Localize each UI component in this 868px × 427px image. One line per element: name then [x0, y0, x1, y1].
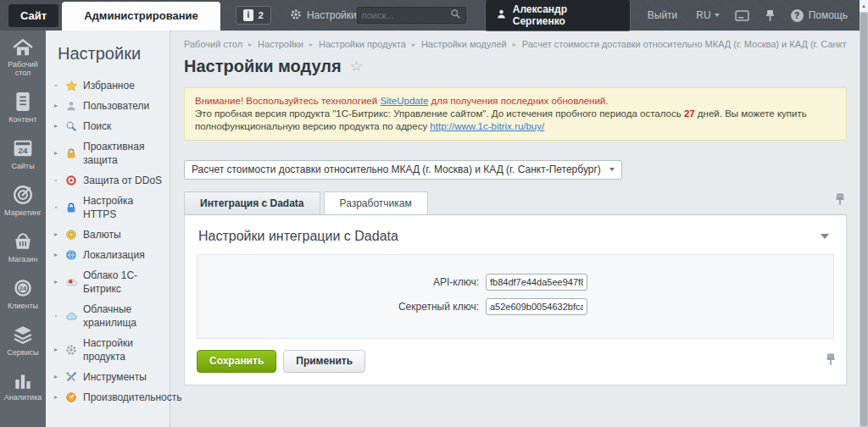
collapse-chevron-icon[interactable]: [821, 234, 829, 239]
search-box[interactable]: [357, 7, 466, 24]
search-icon: [64, 119, 78, 133]
breadcrumb-item[interactable]: Настройки: [242, 39, 303, 49]
star-icon: [64, 79, 78, 92]
arrow-marker: [53, 248, 59, 262]
menu-item-proactive-protection[interactable]: Проактивная защита: [46, 136, 170, 170]
chart-icon: [13, 371, 33, 390]
breadcrumb-item[interactable]: Рабочий стол: [184, 39, 242, 49]
menu-item-users[interactable]: Пользователи: [46, 96, 170, 116]
breadcrumb: Рабочий стол Настройки Настройки продукт…: [184, 39, 847, 49]
language-selector[interactable]: RU: [696, 9, 719, 21]
user-menu-button[interactable]: Александр Сергиенко: [485, 0, 631, 31]
bullet-marker: [53, 174, 59, 187]
rail-item-content[interactable]: Контент: [0, 84, 46, 130]
cloud-icon: [64, 309, 78, 323]
rail-item-marketing[interactable]: Маркетинг: [0, 177, 46, 224]
cloud-icon: [64, 275, 78, 289]
menu-item-localization[interactable]: Локализация: [46, 245, 170, 265]
section-title: Настройки интеграции с Dadata: [198, 229, 398, 244]
help-label: Помощь: [809, 9, 848, 21]
lock-icon: [64, 147, 78, 160]
language-value: RU: [696, 9, 710, 21]
logout-link[interactable]: Выйти: [648, 9, 678, 21]
notifications-count: 2: [259, 10, 264, 20]
topbar-settings-button[interactable]: Настройки: [290, 8, 357, 23]
calendar-icon: 24: [13, 138, 33, 158]
notice-line-trial: Это пробная версия продукта "1С-Битрикс:…: [195, 108, 836, 133]
rail-item-shop[interactable]: Магазин: [0, 224, 46, 270]
user-icon: [496, 8, 507, 22]
chevron-down-icon: [609, 168, 615, 171]
menu-item-search[interactable]: Поиск: [46, 116, 170, 136]
tab-developers[interactable]: Разработчикам: [324, 191, 428, 214]
arrow-marker: [53, 99, 59, 113]
svg-text:24: 24: [19, 146, 28, 155]
arrow-marker: [53, 343, 59, 357]
gear-icon: [290, 8, 302, 23]
menu-item-tools[interactable]: Инструменты: [46, 367, 170, 387]
apply-button[interactable]: Применить: [283, 350, 365, 373]
module-select-value: Расчет стоимости доставки относительно М…: [192, 164, 601, 175]
coin-icon: [64, 228, 78, 241]
menu-item-cloud-storage[interactable]: Облачные хранилища: [46, 299, 170, 333]
rail-item-sites[interactable]: 24 Сайты: [0, 130, 46, 177]
help-button[interactable]: ? Помощь: [791, 9, 848, 22]
api-key-input[interactable]: [486, 274, 587, 291]
arrow-marker: [53, 275, 59, 289]
topbar-settings-label: Настройки: [307, 9, 357, 21]
menu-item-currencies[interactable]: Валюты: [46, 225, 170, 245]
globe-icon: [64, 248, 78, 262]
pin-icon[interactable]: [835, 193, 845, 209]
menu-item-https-settings[interactable]: Настройка HTTPS: [46, 191, 170, 225]
rail-item-services[interactable]: Сервисы: [0, 317, 46, 363]
save-button[interactable]: Сохранить: [197, 350, 276, 373]
scrollbar-thumb[interactable]: [860, 13, 867, 426]
user-name: Александр Сергиенко: [513, 3, 620, 27]
notifications-button[interactable]: i 2: [236, 6, 271, 25]
vertical-scrollbar[interactable]: ▲: [860, 0, 868, 427]
rail-item-clients[interactable]: 24 Клиенты: [0, 270, 46, 317]
main-content: Рабочий стол Настройки Настройки продукт…: [170, 30, 860, 427]
gear-icon: [64, 343, 78, 357]
rail-item-desktop[interactable]: Рабочий стол: [0, 30, 46, 84]
siteupdate-link[interactable]: SiteUpdate: [380, 96, 428, 106]
menu-item-performance[interactable]: Производительность: [46, 387, 170, 408]
breadcrumb-item[interactable]: Расчет стоимости доставки относительно М…: [507, 39, 847, 49]
bullet-marker: [53, 309, 59, 323]
buy-link[interactable]: http://www.1c-bitrix.ru/buy/: [430, 121, 544, 131]
arrow-marker: [53, 147, 59, 160]
arrow-marker: [53, 370, 59, 384]
tab-site[interactable]: Сайт: [8, 4, 58, 27]
menu-item-bitrix-cloud[interactable]: Облако 1С-Битрикс: [46, 265, 170, 299]
favorite-star-icon[interactable]: ☆: [350, 58, 363, 75]
breadcrumb-item[interactable]: Настройки модулей: [406, 39, 507, 49]
lock-icon: [64, 201, 78, 214]
messages-icon[interactable]: [735, 10, 749, 21]
arrow-marker: [53, 119, 59, 133]
module-select[interactable]: Расчет стоимости доставки относительно М…: [184, 160, 622, 180]
settings-tabs: Интеграция с Dadata Разработчикам: [184, 191, 847, 214]
tab-dadata-integration[interactable]: Интеграция с Dadata: [184, 191, 320, 214]
gauge-icon: [64, 391, 78, 404]
menu-item-ddos-protection[interactable]: Защита от DDoS: [46, 170, 170, 191]
tab-administration[interactable]: Администрирование: [62, 2, 220, 30]
scroll-up-button[interactable]: ▲: [860, 0, 868, 12]
days-remaining: 27: [684, 108, 695, 119]
user-icon: [64, 99, 78, 113]
secret-key-input[interactable]: [486, 298, 587, 315]
pin-icon[interactable]: [765, 9, 776, 22]
search-icon[interactable]: [450, 8, 461, 23]
breadcrumb-item[interactable]: Настройки продукта: [303, 39, 406, 49]
menu-item-favorites[interactable]: Избранное: [46, 75, 170, 96]
rail-item-analytics[interactable]: Аналитика: [0, 363, 46, 408]
pin-icon[interactable]: [826, 353, 836, 369]
secret-key-label: Секретный ключ:: [206, 301, 486, 313]
search-input[interactable]: [362, 10, 450, 20]
basket-icon: [13, 231, 33, 252]
document-icon: [14, 92, 31, 112]
api-key-row: API-ключ:: [206, 274, 825, 291]
menu-item-product-settings[interactable]: Настройки продукта: [46, 333, 170, 367]
question-icon: ?: [791, 9, 804, 22]
api-key-label: API-ключ:: [206, 276, 486, 288]
topbar: Сайт Администрирование i 2 Настройки Але…: [0, 0, 860, 30]
